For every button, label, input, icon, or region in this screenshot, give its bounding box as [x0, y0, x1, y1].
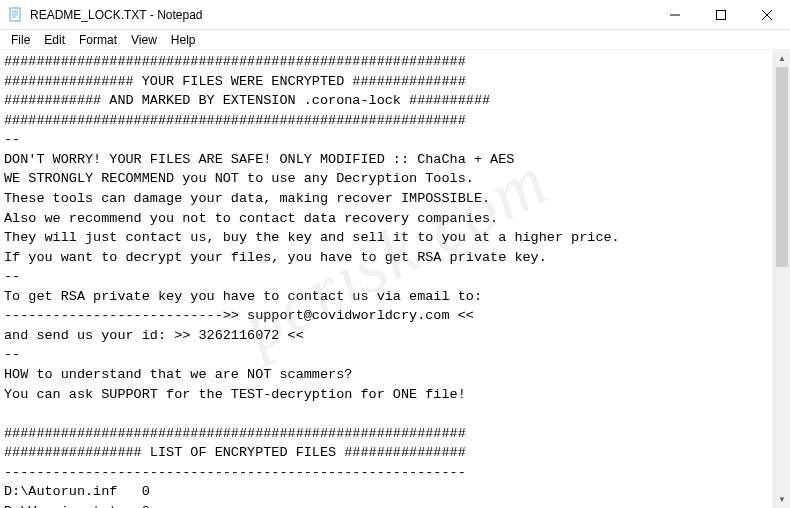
- titlebar: README_LOCK.TXT - Notepad: [0, 0, 790, 30]
- close-button[interactable]: [744, 0, 790, 30]
- minimize-button[interactable]: [652, 0, 698, 30]
- maximize-button[interactable]: [698, 0, 744, 30]
- svg-rect-0: [10, 8, 20, 21]
- menu-file[interactable]: File: [4, 31, 37, 49]
- vertical-scrollbar[interactable]: ▲ ▼: [773, 50, 790, 508]
- content-wrap: ########################################…: [0, 50, 790, 508]
- notepad-icon: [8, 7, 24, 23]
- window-controls: [652, 0, 790, 29]
- menu-view[interactable]: View: [124, 31, 164, 49]
- titlebar-left: README_LOCK.TXT - Notepad: [8, 7, 203, 23]
- text-area[interactable]: ########################################…: [0, 50, 773, 508]
- window-title: README_LOCK.TXT - Notepad: [30, 8, 203, 22]
- menu-edit[interactable]: Edit: [37, 31, 72, 49]
- menu-format[interactable]: Format: [72, 31, 124, 49]
- menu-help[interactable]: Help: [164, 31, 203, 49]
- scroll-thumb[interactable]: [776, 67, 788, 267]
- svg-rect-6: [717, 11, 726, 20]
- scroll-down-arrow[interactable]: ▼: [774, 491, 790, 508]
- scroll-track[interactable]: [774, 67, 790, 491]
- menubar: File Edit Format View Help: [0, 30, 790, 50]
- scroll-up-arrow[interactable]: ▲: [774, 50, 790, 67]
